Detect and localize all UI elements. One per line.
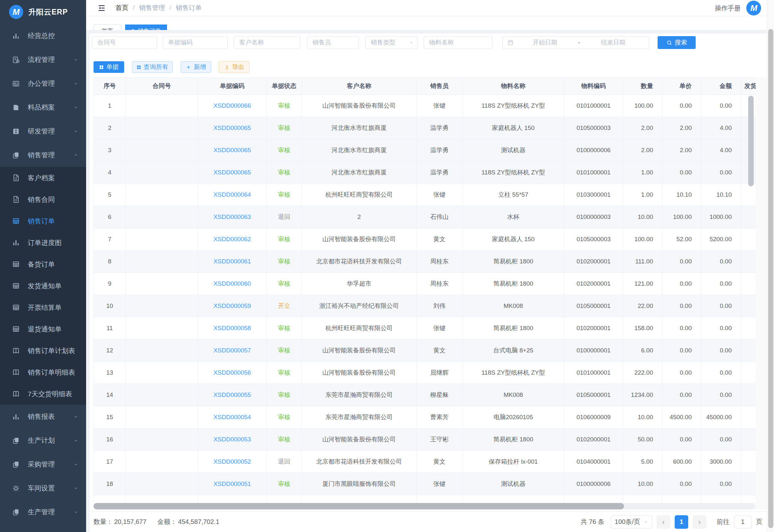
table-row[interactable]: 12XSDD000057审核山河智能装备股份有限公司黄文台式电脑 8+25010… — [94, 340, 756, 362]
sidebar-item[interactable]: 经营总控 — [0, 24, 86, 48]
table-row[interactable]: 15XSDD000054审核东莞市星瀚商贸有限公司曹素芳电脑2026010501… — [94, 406, 756, 429]
doc-code-link[interactable]: XSDD000054 — [213, 414, 251, 421]
doc-view-button[interactable]: 单据 — [94, 61, 124, 73]
sidebar-item[interactable]: 采购管理 — [0, 452, 86, 476]
sidebar-item[interactable]: 办公管理 — [0, 72, 86, 95]
sidebar-item[interactable]: 车间设置 — [0, 476, 86, 500]
doc-code-link[interactable]: XSDD000056 — [213, 369, 251, 376]
prev-page-button[interactable]: ‹ — [657, 515, 670, 529]
sidebar-item[interactable]: 流程管理 — [0, 48, 86, 72]
doc-code-link[interactable]: XSDD000055 — [213, 391, 251, 399]
doc-code-link[interactable]: XSDD000066 — [213, 102, 251, 109]
end-date-placeholder[interactable]: 结束日期 — [582, 38, 644, 47]
table-row[interactable]: 9XSDD000060审核华孚超市周桂东简易机柜 180001020000011… — [94, 273, 756, 295]
table-row[interactable]: 13XSDD000056审核山河智能装备股份有限公司屈继辉118S ZY型纸杯机… — [94, 362, 756, 384]
table-vertical-scrollbar[interactable] — [748, 96, 754, 186]
add-button[interactable]: 新增 — [181, 61, 211, 73]
table-cell: 杭州旺旺旺商贸有限公司 — [302, 184, 417, 206]
sidebar-subitem[interactable]: 退货通知单 — [0, 318, 86, 340]
sidebar-subitem[interactable]: 客户档案 — [0, 167, 86, 189]
doc-code-link[interactable]: XSDD000059 — [213, 302, 251, 310]
sidebar-item[interactable]: 销售管理 — [0, 143, 86, 167]
table-row[interactable] — [94, 495, 756, 502]
doc-code-link[interactable]: XSDD000065 — [213, 147, 251, 154]
start-date-placeholder[interactable]: 开始日期 — [514, 38, 576, 47]
doc-code-link[interactable]: XSDD000058 — [213, 325, 251, 332]
sales-type-select[interactable]: 销售类型 — [365, 36, 418, 49]
table-cell: 0102000001 — [564, 317, 623, 340]
page-size-select[interactable]: 100条/页 — [611, 516, 652, 528]
table-row[interactable]: 17XSDD000052退回北京都市花语科技开发有限公司黄文保存箱拉杆 lx-0… — [94, 451, 756, 473]
avatar[interactable]: M — [746, 1, 761, 15]
table-cell: 东莞市星瀚商贸有限公司 — [302, 406, 417, 429]
table-row[interactable]: 3XSDD000065审核河北衡水市红旗商厦温学勇测试机器01000000062… — [94, 139, 756, 162]
doc-code-link[interactable]: XSDD000060 — [213, 280, 251, 287]
doc-code-link[interactable]: XSDD000051 — [213, 480, 251, 488]
doc-code-link[interactable]: XSDD000052 — [213, 458, 251, 465]
doc-code-link[interactable]: XSDD000065 — [213, 124, 251, 132]
material-name-input[interactable] — [424, 36, 492, 49]
table-row[interactable]: 16XSDD000053审核山河智能装备股份有限公司王守彬简易机柜 180001… — [94, 429, 756, 451]
table-row[interactable]: 1XSDD000066审核山河智能装备股份有限公司张键118S ZY型纸杯机 Z… — [94, 95, 756, 117]
sidebar-item[interactable]: 研发管理 — [0, 119, 86, 143]
sidebar-subitem[interactable]: 销售合同 — [0, 189, 86, 210]
doc-code-link[interactable]: XSDD000057 — [213, 347, 251, 354]
sidebar-collapse-icon[interactable] — [97, 4, 106, 13]
contract-no-input[interactable] — [92, 36, 157, 49]
plus-icon — [186, 64, 191, 70]
table-row[interactable]: 18XSDD000051审核厦门市黑眼睛服饰有限公司张键测试机器01000000… — [94, 473, 756, 495]
doc-code-link[interactable]: XSDD000065 — [213, 169, 251, 176]
sidebar-subitem[interactable]: 7天交货明细表 — [0, 383, 86, 405]
table-row[interactable]: 14XSDD000055审核东莞市星瀚商贸有限公司柳星稣MK0080105000… — [94, 384, 756, 406]
chart-bar-icon — [12, 239, 20, 247]
doc-code-input[interactable] — [163, 36, 228, 49]
doc-code-link[interactable]: XSDD000063 — [213, 213, 251, 221]
table-cell: 14 — [94, 384, 126, 406]
table-row[interactable]: 7XSDD000062审核山河智能装备股份有限公司黄文家庭机器人 1500105… — [94, 228, 756, 251]
breadcrumb-home[interactable]: 首页 — [115, 4, 128, 12]
sidebar-subitem[interactable]: 销售订单 — [0, 210, 86, 232]
page-scrollbar[interactable] — [768, 29, 773, 528]
table-row[interactable]: 10XSDD000059开立浙江裕兴不动产经纪有限公司刘伟MK008010500… — [94, 295, 756, 317]
sidebar-subitem[interactable]: 订单进度图 — [0, 232, 86, 253]
search-button[interactable]: 搜索 — [658, 36, 696, 49]
salesperson-input[interactable] — [307, 36, 359, 49]
next-page-button[interactable]: › — [693, 515, 706, 529]
table-horizontal-scrollbar[interactable] — [94, 503, 624, 509]
export-button[interactable]: 导出 — [219, 61, 250, 73]
tab-home[interactable]: 首页 — [94, 25, 121, 30]
doc-code-link[interactable]: XSDD000062 — [213, 236, 251, 243]
table-row[interactable]: 8XSDD000061审核北京都市花语科技开发有限公司周桂东简易机柜 18000… — [94, 251, 756, 273]
goto-page-input[interactable] — [734, 516, 751, 528]
date-separator: - — [576, 39, 582, 46]
doc-code-link[interactable]: XSDD000064 — [213, 191, 251, 198]
table-row[interactable]: 6XSDD000063退回2石伟山水杯010000000310.00100.00… — [94, 206, 756, 228]
date-range-picker[interactable]: 开始日期 - 结束日期 — [502, 36, 649, 49]
sidebar-item[interactable]: 销售报表 — [0, 405, 86, 429]
sidebar-subitem[interactable]: 发货通知单 — [0, 275, 86, 297]
copy-icon — [12, 151, 20, 159]
table-row[interactable]: 11XSDD000058审核杭州旺旺旺商贸有限公司张键简易机柜 18000102… — [94, 317, 756, 340]
table-row[interactable]: 5XSDD000064审核杭州旺旺旺商贸有限公司张键立柱 55*57010300… — [94, 184, 756, 206]
doc-code-link[interactable]: XSDD000061 — [213, 258, 251, 265]
sidebar-item[interactable]: 料品档案 — [0, 95, 86, 119]
table-row[interactable]: 2XSDD000065审核河北衡水市红旗商厦温学勇家庭机器人 150010500… — [94, 117, 756, 139]
sidebar-item-label: 采购管理 — [28, 460, 55, 469]
sidebar-subitem[interactable]: 销售订单计划表 — [0, 340, 86, 361]
sidebar-subitem[interactable]: 开票结算单 — [0, 297, 86, 318]
breadcrumb-sales-mgmt[interactable]: 销售管理 — [139, 4, 165, 12]
customer-name-input[interactable] — [234, 36, 300, 49]
tab-sales-order[interactable]: 销售订单 — [125, 25, 167, 30]
pagination: 共 76 条 100条/页 ‹ 1 › 前往 页 — [581, 515, 762, 529]
table-cell: 9 — [94, 273, 126, 295]
help-manual-link[interactable]: 操作手册 — [715, 4, 740, 13]
sidebar-subitem[interactable]: 备货订单 — [0, 253, 86, 275]
table-row[interactable]: 4XSDD000065审核河北衡水市红旗商厦温学勇118S ZY型纸杯机 ZY型… — [94, 162, 756, 184]
doc-code-link[interactable]: XSDD000053 — [213, 436, 251, 443]
sidebar-item[interactable]: 生产管理 — [0, 500, 86, 524]
query-all-button[interactable]: 查询所有 — [132, 61, 173, 73]
sidebar-item[interactable]: 加工车间 — [0, 524, 86, 532]
sidebar-item[interactable]: 生产计划 — [0, 429, 86, 452]
current-page-button[interactable]: 1 — [675, 515, 688, 529]
sidebar-subitem[interactable]: 销售订单明细表 — [0, 361, 86, 383]
